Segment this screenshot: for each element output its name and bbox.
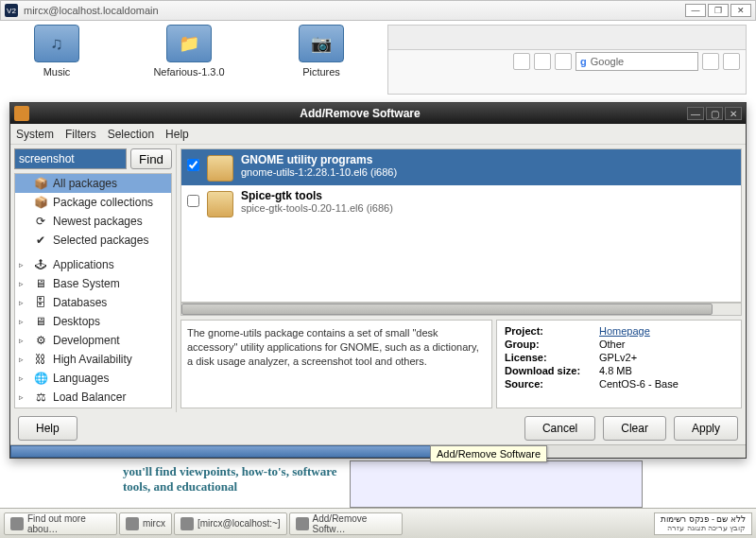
meta-value: 4.8 MB — [599, 364, 733, 377]
package-checkbox[interactable] — [187, 159, 199, 171]
window-minimize-button[interactable]: — — [687, 107, 704, 120]
vnc-close-button[interactable]: ✕ — [730, 4, 751, 17]
package-checkbox[interactable] — [187, 195, 199, 207]
app-icon — [180, 517, 194, 530]
desktop-area: ♫ Music 📁 Nefarious-1.3.0 📷 Pictures g G… — [0, 21, 756, 508]
category-label: Databases — [53, 296, 107, 309]
applications-icon: 🕹 — [32, 257, 49, 272]
expand-icon[interactable]: ▹ — [19, 298, 28, 307]
desktop-icon-pictures[interactable]: 📷 Pictures — [284, 25, 359, 78]
taskbar-item[interactable]: [mircx@localhost:~] — [174, 512, 287, 535]
desktop-icons-row: ♫ Music 📁 Nefarious-1.3.0 📷 Pictures — [19, 25, 359, 78]
expand-icon[interactable]: ▹ — [19, 260, 28, 269]
package-row[interactable]: GNOME utility programs gnome-utils-1:2.2… — [181, 149, 741, 185]
category-all-packages[interactable]: 📦All packages — [15, 174, 171, 193]
browser-search-box[interactable]: g Google — [576, 52, 698, 71]
desktop-icon-music[interactable]: ♫ Music — [19, 25, 94, 78]
app-icon — [10, 517, 24, 530]
category-base-system[interactable]: ▹🖥Base System — [15, 274, 171, 293]
refresh-icon: ⟳ — [32, 214, 49, 229]
category-high-availability[interactable]: ▹⛓High Availability — [15, 350, 171, 369]
vnc-icon: V2 — [5, 4, 18, 17]
menu-filters[interactable]: Filters — [65, 128, 96, 141]
browser-search-engine: Google — [591, 56, 624, 67]
category-label: Development — [53, 334, 120, 347]
category-newest-packages[interactable]: ⟳Newest packages — [15, 212, 171, 231]
find-button[interactable]: Find — [130, 148, 172, 169]
expand-icon[interactable]: ▹ — [19, 279, 28, 288]
expand-icon[interactable]: ▹ — [19, 373, 28, 383]
taskbar-item[interactable]: Find out more abou… — [4, 512, 117, 535]
browser-reload-button[interactable] — [534, 53, 551, 70]
browser-nav-button[interactable] — [513, 53, 530, 70]
package-icon: 📦 — [32, 176, 49, 191]
category-resilient-storage[interactable]: ▹💾Resilient Storage — [15, 407, 171, 408]
menu-selection[interactable]: Selection — [108, 128, 154, 141]
taskbar-item[interactable]: mircx — [119, 512, 172, 535]
category-applications[interactable]: ▹🕹Applications — [15, 255, 171, 274]
category-databases[interactable]: ▹🗄Databases — [15, 293, 171, 312]
category-label: High Availability — [53, 353, 132, 366]
browser-menu-button[interactable] — [723, 53, 740, 70]
window-hscrollbar[interactable] — [10, 444, 746, 458]
background-page-thumbnail — [350, 460, 643, 508]
expand-icon[interactable]: ▹ — [19, 392, 28, 402]
menu-help[interactable]: Help — [165, 128, 189, 141]
app-icon — [296, 517, 309, 530]
category-list: 📦All packages 📦Package collections ⟳Newe… — [14, 173, 172, 408]
browser-bookmark-button[interactable] — [702, 53, 719, 70]
background-page-content: you'll find viewpoints, how-to's, softwa… — [19, 460, 737, 508]
category-label: Selected packages — [53, 234, 148, 247]
taskbar-item[interactable]: Add/Remove Softw… — [289, 512, 403, 535]
expand-icon[interactable]: ▹ — [19, 355, 28, 364]
package-row[interactable]: Spice-gtk tools spice-gtk-tools-0.20-11.… — [181, 185, 741, 221]
category-languages[interactable]: ▹🌐Languages — [15, 369, 171, 388]
sidebar: screenshot Find 📦All packages 📦Package c… — [10, 145, 177, 412]
category-development[interactable]: ▹⚙Development — [15, 331, 171, 350]
menu-system[interactable]: System — [16, 128, 54, 141]
search-input[interactable]: screenshot — [14, 148, 127, 169]
meta-value: GPLv2+ — [599, 351, 733, 364]
app-icon — [14, 106, 29, 121]
ha-icon: ⛓ — [32, 352, 49, 367]
music-icon: ♫ — [34, 25, 79, 62]
app-titlebar[interactable]: Add/Remove Software — ▢ ✕ — [10, 103, 746, 124]
app-menubar: System Filters Selection Help — [10, 124, 746, 145]
category-package-collections[interactable]: 📦Package collections — [15, 193, 171, 212]
add-remove-software-window: Add/Remove Software — ▢ ✕ System Filters… — [9, 102, 747, 459]
system-icon: 🖥 — [32, 276, 49, 291]
app-title: Add/Remove Software — [35, 107, 685, 120]
pictures-icon: 📷 — [299, 25, 344, 62]
window-close-button[interactable]: ✕ — [725, 107, 742, 120]
category-label: All packages — [53, 177, 117, 190]
category-label: Base System — [53, 277, 120, 290]
help-button[interactable]: Help — [18, 416, 77, 441]
package-list: GNOME utility programs gnome-utils-1:2.2… — [180, 148, 742, 303]
vnc-maximize-button[interactable]: ❐ — [708, 4, 729, 17]
category-selected-packages[interactable]: ✔Selected packages — [15, 231, 171, 250]
apply-button[interactable]: Apply — [674, 416, 738, 441]
cancel-button[interactable]: Cancel — [524, 416, 595, 441]
expand-icon[interactable]: ▹ — [19, 336, 28, 345]
folder-icon: 📁 — [166, 25, 212, 62]
window-maximize-button[interactable]: ▢ — [706, 107, 723, 120]
project-homepage-link[interactable]: Homepage — [599, 325, 650, 337]
taskbar-notepad-rtl[interactable]: ללא שם - פנקס רשימות קובץ עריכה תצוגה עז… — [654, 512, 752, 535]
package-icon — [207, 155, 233, 182]
browser-home-button[interactable] — [555, 53, 572, 70]
package-icon — [207, 191, 233, 217]
vnc-minimize-button[interactable]: — — [685, 4, 706, 17]
google-icon: g — [580, 56, 587, 67]
package-list-scrollbar[interactable] — [180, 303, 742, 316]
tooltip: Add/Remove Software — [430, 445, 547, 462]
expand-icon[interactable]: ▹ — [19, 317, 28, 326]
desktop-icon-nefarious[interactable]: 📁 Nefarious-1.3.0 — [151, 25, 227, 78]
package-description: The gnome-utils package contains a set o… — [180, 320, 492, 408]
clear-button[interactable]: Clear — [603, 416, 666, 441]
vnc-titlebar: V2 mircx@localhost.localdomain — ❐ ✕ — [0, 0, 756, 21]
category-desktops[interactable]: ▹🖥Desktops — [15, 312, 171, 331]
category-load-balancer[interactable]: ▹⚖Load Balancer — [15, 388, 171, 407]
desktop-icon: 🖥 — [32, 314, 49, 329]
meta-label: License: — [505, 351, 599, 364]
package-metadata: Project:Homepage Group:Other License:GPL… — [496, 320, 742, 408]
